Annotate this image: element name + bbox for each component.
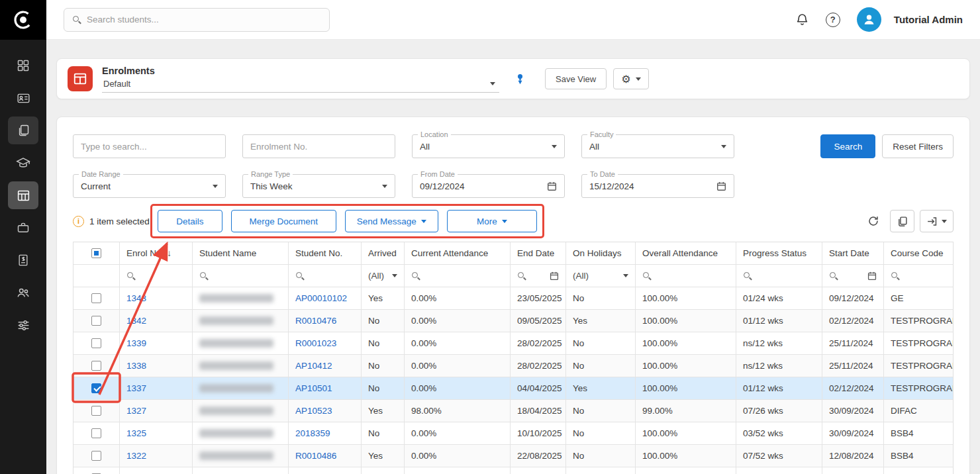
- keyword-filter-input[interactable]: [81, 142, 218, 152]
- filter-student-no[interactable]: [289, 265, 362, 287]
- col-header-current-attendance[interactable]: Current Attendance: [405, 242, 511, 265]
- cell-course-code: TESTPROGRAM0: [884, 310, 953, 332]
- calendar-icon[interactable]: [716, 181, 726, 191]
- student-no-link[interactable]: AP10412: [295, 361, 332, 371]
- calendar-icon[interactable]: [867, 271, 877, 281]
- date-range-filter[interactable]: Date Range Current: [73, 174, 226, 198]
- table-row[interactable]: 1322 R0010486 Yes 0.00% 22/08/2025 No 10…: [74, 445, 953, 467]
- sidebar-item-services[interactable]: [8, 214, 38, 242]
- col-header-enrol-no[interactable]: Enrol No. ↓: [120, 242, 193, 265]
- more-button[interactable]: More: [447, 210, 537, 232]
- pin-view-button[interactable]: [515, 73, 525, 85]
- keyword-filter[interactable]: [73, 134, 226, 158]
- table-row[interactable]: 1339 R0001023 No 0.00% 28/02/2025 No 100…: [74, 332, 953, 355]
- save-view-button[interactable]: Save View: [545, 68, 607, 89]
- merge-document-button[interactable]: Merge Document: [231, 210, 336, 232]
- sidebar-item-students[interactable]: [8, 84, 38, 112]
- col-header-on-holidays[interactable]: On Holidays: [566, 242, 636, 265]
- export-button[interactable]: [920, 210, 954, 232]
- row-checkbox[interactable]: [91, 293, 101, 303]
- row-checkbox[interactable]: [91, 316, 101, 326]
- student-no-link[interactable]: R0010486: [295, 451, 336, 461]
- col-header-student-no[interactable]: Student No.: [289, 242, 362, 265]
- enrol-no-link[interactable]: 1342: [126, 316, 146, 326]
- table-row[interactable]: 1325 2018359 No 0.00% 10/10/2025 No 100.…: [74, 422, 953, 445]
- from-date-filter[interactable]: From Date 09/12/2024: [412, 174, 565, 198]
- faculty-filter[interactable]: Faculty All: [581, 134, 734, 158]
- sidebar-item-dashboard[interactable]: [8, 52, 38, 79]
- filter-current-attendance[interactable]: [405, 265, 511, 287]
- enrol-no-link[interactable]: 1343: [126, 293, 146, 303]
- student-no-link[interactable]: AP00010102: [295, 293, 347, 303]
- table-row[interactable]: 1342 R0010476 No 0.00% 09/05/2025 Yes 10…: [74, 310, 953, 332]
- col-header-course-code[interactable]: Course Code: [884, 242, 953, 265]
- row-checkbox[interactable]: [91, 383, 101, 393]
- details-button[interactable]: Details: [158, 210, 222, 232]
- table-row[interactable]: 1327 AP10523 Yes 98.00% 18/04/2025 No 99…: [74, 400, 953, 422]
- filter-arrived[interactable]: (All): [362, 265, 405, 287]
- notifications-button[interactable]: [795, 13, 809, 26]
- filter-on-holidays[interactable]: (All): [566, 265, 636, 287]
- refresh-button[interactable]: [862, 210, 885, 232]
- row-checkbox[interactable]: [91, 406, 101, 416]
- col-header-arrived[interactable]: Arrived: [362, 242, 405, 265]
- table-row[interactable]: [74, 467, 953, 474]
- row-checkbox[interactable]: [91, 361, 101, 371]
- col-header-end-date[interactable]: End Date: [511, 242, 566, 265]
- copy-grid-button[interactable]: [890, 210, 914, 232]
- enrol-no-link[interactable]: 1322: [126, 451, 146, 461]
- view-settings-button[interactable]: ⚙: [613, 68, 648, 89]
- student-no-link[interactable]: AP10501: [295, 383, 332, 393]
- student-no-link[interactable]: R0001023: [295, 338, 336, 348]
- row-checkbox[interactable]: [91, 428, 101, 438]
- send-message-button[interactable]: Send Message: [345, 210, 438, 232]
- col-header-overall-attendance[interactable]: Overall Attendance: [636, 242, 736, 265]
- row-checkbox[interactable]: [91, 338, 101, 348]
- enrol-no-link[interactable]: 1338: [126, 361, 146, 371]
- page-title: Enrolments: [102, 66, 499, 76]
- range-type-filter[interactable]: Range Type This Week: [242, 174, 395, 198]
- enrolment-no-filter[interactable]: [242, 134, 395, 158]
- col-header-progress-status[interactable]: Progress Status: [736, 242, 822, 265]
- calendar-icon[interactable]: [547, 181, 557, 191]
- calendar-icon[interactable]: [550, 271, 559, 281]
- filter-start-date[interactable]: [822, 265, 884, 287]
- select-all-checkbox[interactable]: [91, 248, 101, 258]
- search-button[interactable]: Search: [820, 134, 875, 158]
- view-selector[interactable]: Default: [102, 78, 499, 93]
- student-search-input[interactable]: [87, 15, 321, 24]
- enrol-no-link[interactable]: 1325: [126, 428, 146, 438]
- enrol-no-link[interactable]: 1327: [126, 406, 146, 416]
- sidebar-item-invoices[interactable]: [8, 246, 38, 274]
- sidebar-item-settings[interactable]: [8, 311, 38, 339]
- student-no-link[interactable]: AP10523: [295, 406, 332, 416]
- student-no-link[interactable]: 2018359: [295, 428, 330, 438]
- location-filter[interactable]: Location All: [412, 134, 565, 158]
- filter-student-name[interactable]: [193, 265, 289, 287]
- table-row[interactable]: 1338 AP10412 No 0.00% 28/02/2025 No 100.…: [74, 355, 953, 377]
- student-no-link[interactable]: R0010476: [295, 316, 336, 326]
- table-row[interactable]: 1337 AP10501 No 0.00% 04/04/2025 Yes 100…: [74, 377, 953, 400]
- sidebar-item-courses[interactable]: [8, 149, 38, 177]
- filter-end-date[interactable]: [511, 265, 566, 287]
- filter-progress-status[interactable]: [736, 265, 822, 287]
- avatar[interactable]: [857, 7, 881, 32]
- student-search[interactable]: [64, 8, 330, 32]
- filter-enrol-no[interactable]: [120, 265, 193, 287]
- sidebar-item-enrolments[interactable]: [8, 181, 38, 209]
- col-header-start-date[interactable]: Start Date: [822, 242, 884, 265]
- sidebar-item-documents[interactable]: [8, 117, 38, 144]
- col-header-student-name[interactable]: Student Name: [193, 242, 289, 265]
- filter-course-code[interactable]: [884, 265, 953, 287]
- to-date-filter[interactable]: To Date 15/12/2024: [581, 174, 734, 198]
- filter-overall-attendance[interactable]: [636, 265, 736, 287]
- table-row[interactable]: 1343 AP00010102 Yes 0.00% 23/05/2025 No …: [74, 287, 953, 310]
- enrol-no-link[interactable]: 1339: [126, 338, 146, 348]
- sidebar-item-agents[interactable]: [8, 279, 38, 307]
- reset-filters-button[interactable]: Reset Filters: [882, 134, 954, 158]
- app-logo[interactable]: [0, 0, 46, 40]
- enrol-no-link[interactable]: 1337: [126, 383, 146, 393]
- row-checkbox[interactable]: [91, 451, 101, 461]
- help-button[interactable]: ?: [826, 13, 840, 27]
- enrolment-no-filter-input[interactable]: [250, 142, 387, 152]
